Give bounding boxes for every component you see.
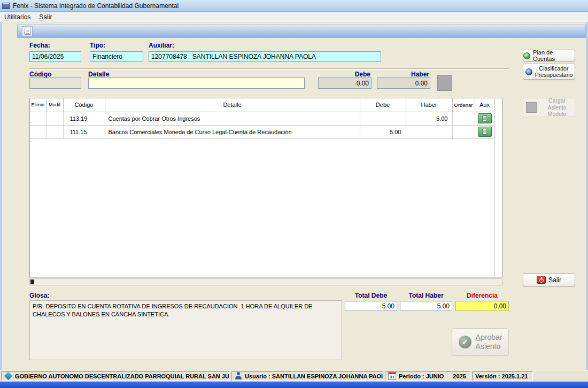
codigo-input[interactable] bbox=[29, 77, 81, 89]
note-icon bbox=[482, 115, 487, 121]
power-icon bbox=[537, 276, 546, 284]
header-ordenar: Ordenar bbox=[452, 98, 475, 112]
salir-button-label: Salir bbox=[548, 276, 561, 284]
cell-debe[interactable]: 5.00 bbox=[360, 125, 406, 138]
blank-action-button[interactable] bbox=[437, 75, 452, 91]
haber-label: Haber bbox=[377, 71, 429, 78]
status-usuario: Usuario : SANTILLAN ESPINOZA JOHANNA PAO… bbox=[231, 371, 383, 381]
status-periodo: 31 Periodo : JUNIO 2025 bbox=[385, 371, 470, 381]
note-icon bbox=[482, 129, 487, 135]
aux-button[interactable] bbox=[478, 127, 492, 137]
periodo-year: 2025 bbox=[453, 373, 466, 379]
cell-elimin[interactable] bbox=[30, 112, 46, 125]
salir-button[interactable]: Salir bbox=[523, 273, 575, 286]
aprobar-asiento-button[interactable]: Aprobar Asiento bbox=[452, 328, 509, 356]
cell-detalle[interactable]: Cuentas por Cobrar Otros Ingresos bbox=[105, 112, 360, 125]
cell-codigo[interactable]: 111.15 bbox=[63, 125, 105, 138]
aprobar-label-1: Aprobar bbox=[476, 333, 502, 343]
detalle-label: Detalle bbox=[88, 71, 109, 78]
grid-horizontal-scrollbar[interactable] bbox=[29, 278, 502, 285]
clasificador-button[interactable]: Clasificador Presupuestario bbox=[523, 64, 575, 80]
diferencia-label: Diferencia bbox=[455, 292, 509, 299]
grid-header-row: Elimin Modif Código Detalle Debe Haber O… bbox=[30, 98, 494, 112]
cell-aux bbox=[475, 112, 494, 125]
header-haber: Haber bbox=[406, 98, 452, 112]
total-haber-value: 5.00 bbox=[400, 301, 452, 311]
tipo-field[interactable]: Financiero bbox=[90, 51, 143, 62]
separator-line bbox=[29, 68, 509, 69]
menu-bar: Utilitarios Salir bbox=[0, 12, 588, 22]
cell-detalle[interactable]: Bancos Comerciales Moneda de Curso Legal… bbox=[105, 125, 360, 138]
status-entity: GOBIERNO AUTONOMO DESCENTRALIZADO PARROQ… bbox=[1, 371, 230, 381]
entity-icon bbox=[4, 372, 13, 381]
cargar-label-2: Modelo bbox=[539, 111, 575, 118]
total-haber-label: Total Haber bbox=[400, 292, 452, 299]
new-document-button[interactable] bbox=[22, 26, 33, 36]
glosa-textarea[interactable]: P/R. DEPOSITO EN CUENTA ROTATIVA DE INGR… bbox=[29, 300, 342, 360]
cell-haber[interactable] bbox=[406, 125, 452, 138]
usuario-text: Usuario : SANTILLAN ESPINOZA JOHANNA PAO… bbox=[245, 373, 383, 379]
cargar-asiento-modelo-button[interactable]: Cargar Asiento Modelo bbox=[523, 98, 575, 117]
taskbar-strip bbox=[0, 382, 588, 388]
cell-elimin[interactable] bbox=[30, 125, 46, 138]
status-bar: GOBIERNO AUTONOMO DESCENTRALIZADO PARROQ… bbox=[0, 370, 588, 382]
asiento-grid: Elimin Modif Código Detalle Debe Haber O… bbox=[29, 98, 502, 277]
cell-modif[interactable] bbox=[46, 112, 63, 125]
header-modif: Modif bbox=[46, 98, 63, 112]
plan-de-cuentas-button[interactable]: Plan de Cuentas bbox=[523, 50, 575, 61]
auxiliar-label: Auxiliar: bbox=[149, 42, 174, 49]
window-border-left bbox=[0, 22, 2, 370]
user-icon bbox=[235, 372, 242, 380]
cell-codigo[interactable]: 113.19 bbox=[63, 112, 105, 125]
cell-ordenar[interactable] bbox=[452, 112, 475, 125]
header-codigo: Código bbox=[63, 98, 105, 112]
clasificador-label-2: Presupuestario bbox=[535, 72, 573, 78]
detalle-input[interactable] bbox=[88, 77, 305, 89]
total-debe-label: Total Debe bbox=[345, 292, 397, 299]
title-bar: Fenix - Sistema Integrado de Contabilida… bbox=[0, 0, 588, 12]
header-debe: Debe bbox=[360, 98, 406, 112]
auxiliar-field[interactable]: 1207708478 SANTILLAN ESPINOZA JOHANNA PA… bbox=[149, 51, 381, 62]
cell-modif[interactable] bbox=[46, 125, 63, 138]
entity-text: GOBIERNO AUTONOMO DESCENTRALIZADO PARROQ… bbox=[15, 373, 230, 379]
cargar-label-1: Cargar Asiento bbox=[539, 97, 575, 111]
header-detalle: Detalle bbox=[105, 98, 360, 112]
grid-vertical-scrollbar[interactable] bbox=[494, 98, 502, 277]
header-aux: Aux bbox=[475, 98, 494, 112]
main-panel: Fecha: Tipo: Auxiliar: 11/06/2025 Financ… bbox=[0, 22, 588, 370]
check-icon bbox=[459, 336, 471, 348]
grid-row-1[interactable]: 113.19 Cuentas por Cobrar Otros Ingresos… bbox=[30, 112, 494, 125]
plan-de-cuentas-icon bbox=[523, 52, 530, 59]
status-version: Versión : 2025.1.21 bbox=[472, 371, 533, 381]
cell-aux bbox=[475, 125, 494, 138]
debe-label: Debe bbox=[318, 71, 370, 78]
cell-ordenar[interactable] bbox=[452, 125, 475, 138]
grid-row-2[interactable]: 111.15 Bancos Comerciales Moneda de Curs… bbox=[30, 125, 494, 138]
glosa-label: Glosa: bbox=[29, 292, 49, 299]
toolbar bbox=[17, 25, 586, 38]
calendar-icon: 31 bbox=[388, 372, 396, 380]
total-debe-value: 5.00 bbox=[345, 301, 397, 311]
scrollbar-thumb[interactable] bbox=[30, 280, 34, 284]
version-text: Versión : 2025.1.21 bbox=[475, 373, 528, 379]
menu-utilitarios[interactable]: Utilitarios bbox=[0, 12, 35, 22]
header-elimin: Elimin bbox=[30, 98, 46, 112]
cell-haber[interactable]: 5.00 bbox=[406, 112, 452, 125]
codigo-label: Código bbox=[29, 71, 51, 78]
debe-display: 0.00 bbox=[318, 77, 372, 89]
diferencia-value: 0.00 bbox=[455, 301, 509, 311]
periodo-text: Periodo : JUNIO bbox=[399, 373, 444, 379]
window-border-right bbox=[586, 22, 588, 370]
app-icon bbox=[2, 3, 10, 9]
document-icon bbox=[25, 28, 30, 35]
haber-display: 0.00 bbox=[377, 77, 430, 89]
cell-debe[interactable] bbox=[360, 112, 406, 125]
clasificador-label-1: Clasificador bbox=[535, 65, 573, 72]
aux-button[interactable] bbox=[478, 113, 492, 123]
fecha-field[interactable]: 11/06/2025 bbox=[29, 51, 81, 62]
fecha-label: Fecha: bbox=[29, 42, 50, 49]
cargar-asiento-icon bbox=[526, 102, 537, 113]
menu-salir[interactable]: Salir bbox=[35, 12, 56, 22]
clasificador-icon bbox=[525, 68, 532, 75]
tipo-label: Tipo: bbox=[90, 42, 105, 49]
